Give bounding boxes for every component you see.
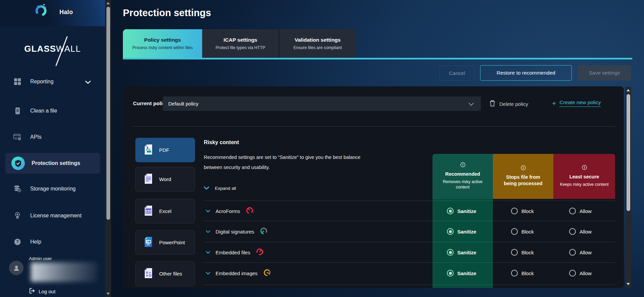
radio-allow[interactable]: Allow [569,228,592,235]
sidebar-item-protection-settings[interactable]: Protection settings [5,153,100,174]
chevron-down-icon[interactable] [206,208,210,214]
radio-unselected-icon[interactable] [569,208,576,214]
scroll-down-arrow-icon[interactable] [106,293,110,295]
cancel-button[interactable]: Cancel [440,66,474,81]
radio-block[interactable]: Block [511,270,534,277]
file-type-label: Word [159,176,171,182]
file-type-word-button[interactable]: Word [135,167,195,192]
radio-block[interactable]: Block [511,208,534,214]
policy-select-value: Default policy [168,101,198,107]
file-type-label: PDF [159,147,169,153]
risky-row-digital-signatures: Digital signatures Sanitize Block [204,221,615,242]
risky-content-description: Recommended settings are set to “Sanitiz… [204,152,365,172]
radio-unselected-icon[interactable] [569,228,576,235]
info-icon[interactable] [460,162,466,169]
column-subtitle: Removes risky active content [439,179,487,190]
radio-allow[interactable]: Allow [569,249,592,256]
column-subtitle: Keeps risky active content [560,182,608,187]
main-content: Protection settings Policy settings Proc… [111,0,644,297]
create-new-policy-link[interactable]: + Create new policy [552,99,601,107]
sidebar-item-label: Storage monitoring [30,186,76,192]
sidebar-item-help[interactable]: ? Help [5,235,100,249]
radio-block[interactable]: Block [511,228,534,235]
file-type-label: PowerPoint [159,240,185,245]
radio-unselected-icon[interactable] [569,270,576,277]
radio-unselected-icon[interactable] [511,249,518,256]
page-scrollbar-thumb[interactable] [106,7,110,220]
shield-check-icon [11,157,25,170]
tab-policy-settings[interactable]: Policy settings Process risky content wi… [123,29,202,58]
sidebar-item-label: Clean a file [30,108,57,114]
radio-unselected-icon[interactable] [511,270,518,277]
radio-allow[interactable]: Allow [569,208,592,214]
chevron-down-icon[interactable] [206,228,210,235]
file-type-powerpoint-button[interactable]: PowerPoint [135,230,195,255]
expand-all-button[interactable]: Expand all [204,186,236,191]
cancel-button-label: Cancel [449,70,465,76]
policy-select[interactable]: Default policy [163,96,481,111]
delete-policy-button[interactable]: Delete policy [490,100,528,108]
active-tab-underline [123,58,632,59]
file-type-excel-button[interactable]: Excel [135,199,195,223]
radio-unselected-icon[interactable] [511,208,518,214]
tab-icap-settings[interactable]: ICAP settings Protect file types via HTT… [202,29,279,58]
redacted-username [31,262,97,282]
file-type-label: Excel [159,208,172,214]
chevron-down-icon[interactable] [469,101,474,107]
document-icon [13,107,21,115]
sidebar-item-storage-monitoring[interactable]: Storage monitoring [5,181,100,196]
question-circle-icon: ? [13,238,21,246]
radio-block[interactable]: Block [511,249,534,256]
word-file-icon [142,173,154,186]
gauge-medium-risk-amber-icon [263,268,271,278]
radio-unselected-icon[interactable] [569,249,576,256]
delete-policy-label: Delete policy [499,101,528,107]
radio-sanitize[interactable]: Sanitize [447,228,476,235]
file-type-other-files-button[interactable]: Other files [135,261,195,286]
sidebar-item-apis[interactable]: </> APIs [5,130,100,144]
svg-text:PDF: PDF [147,151,151,153]
radio-sanitize[interactable]: Sanitize [447,249,476,256]
tab-validation-settings[interactable]: Validation settings Ensure files are com… [279,29,356,58]
sidebar-item-reporting[interactable]: Reporting [5,74,100,89]
radio-unselected-icon[interactable] [511,228,518,235]
scroll-up-arrow-icon[interactable] [627,89,630,91]
other-files-icon [142,267,154,280]
panel-scrollbar-thumb[interactable] [627,94,630,211]
chevron-down-icon[interactable] [206,249,210,255]
sidebar-item-license-management[interactable]: License management [5,208,100,223]
radio-allow[interactable]: Allow [569,270,592,277]
radio-selected-icon[interactable] [447,228,454,235]
page-scrollbar[interactable] [105,0,111,297]
radio-sanitize[interactable]: Sanitize [447,208,476,214]
create-policy-label: Create new policy [559,99,601,107]
radio-selected-icon[interactable] [447,249,454,256]
file-type-label: Other files [159,271,182,277]
option-label: Block [521,250,534,255]
scroll-down-arrow-icon[interactable] [627,283,630,285]
file-type-pdf-button[interactable]: PDF PDF [135,138,195,162]
option-label: Allow [580,270,592,276]
logout-button[interactable]: Log out [29,288,55,295]
radio-selected-icon[interactable] [447,208,454,214]
expand-all-label: Expand all [215,186,236,191]
risky-row-embedded-images: Embedded images Sanitize Block [204,263,615,283]
gauge-low-risk-green-icon [260,227,268,237]
restore-to-recommended-button[interactable]: Restore to recommended [480,65,572,81]
radio-sanitize[interactable]: Sanitize [447,270,476,277]
tab-label: Policy settings [144,37,181,43]
sidebar-item-clean-a-file[interactable]: Clean a file [5,103,100,118]
panel-scrollbar[interactable] [625,87,631,288]
radio-selected-icon[interactable] [447,270,454,277]
pdf-file-icon: PDF [142,143,154,157]
save-button-label: Save settings [589,70,620,76]
risky-row-label: Digital signatures [216,229,254,235]
scroll-up-arrow-icon[interactable] [106,2,110,4]
sidebar-item-label: Protection settings [32,160,80,166]
info-icon[interactable] [520,165,526,172]
chevron-down-icon[interactable] [206,270,210,276]
tab-sublabel: Protect file types via HTTP [216,45,265,50]
chevron-down-icon [85,79,91,85]
info-icon[interactable] [581,164,588,172]
save-settings-button[interactable]: Save settings [578,65,631,81]
